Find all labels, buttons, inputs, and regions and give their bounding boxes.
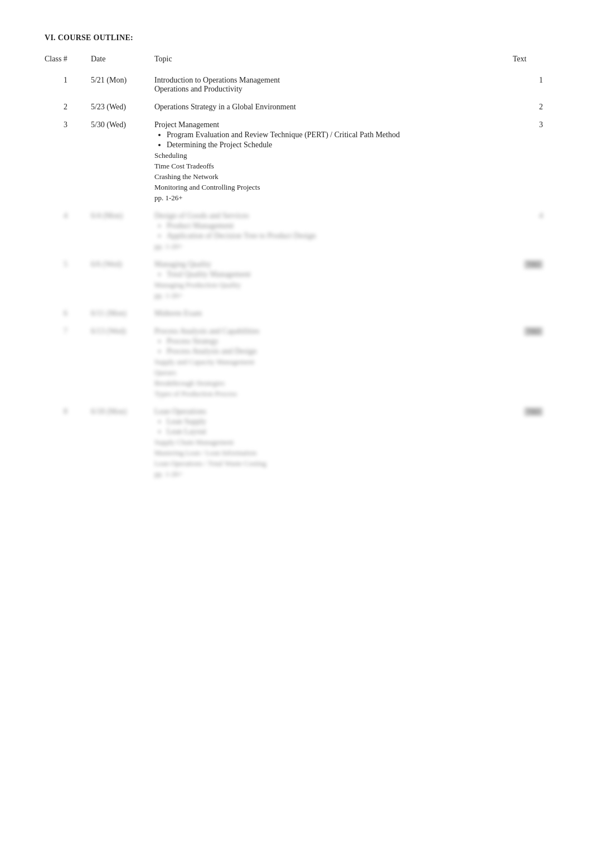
topic-bullet: Lean Supply (167, 417, 508, 426)
section-title: VI. COURSE OUTLINE: (45, 33, 547, 42)
class-number: 5 (45, 252, 91, 301)
text-reference: TBD (513, 252, 547, 301)
topic-note: Types of Production Process (154, 389, 508, 398)
topic-note: Mastering Lean / Lean Information (154, 449, 508, 457)
topic-note: Queues (154, 368, 508, 377)
class-date: 6/4 (Mon) (91, 204, 154, 252)
topic-bullet: Product Management (167, 221, 508, 230)
topic-main: Lean Operations (154, 407, 508, 416)
table-row: 46/4 (Mon)Design of Goods and ServicesPr… (45, 204, 547, 252)
topic-main: Managing Quality (154, 260, 508, 269)
class-topic: Lean OperationsLean SupplyLean LayoutSup… (154, 399, 513, 480)
topic-bullet: Lean Layout (167, 427, 508, 436)
class-number: 6 (45, 301, 91, 319)
topic-bullet: Total Quality Management (167, 270, 508, 279)
text-reference: 2 (513, 95, 547, 113)
topic-main: Project Management (154, 120, 508, 129)
text-reference (513, 301, 547, 319)
table-row: 25/23 (Wed)Operations Strategy in a Glob… (45, 95, 547, 113)
table-row: 66/11 (Mon)Midterm Exam (45, 301, 547, 319)
class-number: 2 (45, 95, 91, 113)
topic-sub: Operations and Productivity (154, 85, 508, 94)
topic-note: Supply and Capacity Management (154, 358, 508, 367)
topic-main: Process Analysis and Capabilities (154, 327, 508, 336)
topic-note: Monitoring and Controlling Projects (154, 183, 508, 192)
topic-note: pp. 1-26+ (154, 194, 508, 202)
text-reference: TBD (513, 399, 547, 480)
topic-note: Breakthrough Strategies (154, 379, 508, 388)
class-number: 1 (45, 68, 91, 95)
class-date: 5/21 (Mon) (91, 68, 154, 95)
text-reference: TBD (513, 319, 547, 399)
topic-bullet: Process Analysis and Design (167, 347, 508, 356)
course-outline-table: Class # Date Topic Text 15/21 (Mon)Intro… (45, 52, 547, 480)
topic-note: Time Cost Tradeoffs (154, 162, 508, 171)
class-date: 6/11 (Mon) (91, 301, 154, 319)
class-topic: Midterm Exam (154, 301, 513, 319)
topic-main: Midterm Exam (154, 309, 508, 318)
class-topic: Project ManagementProgram Evaluation and… (154, 113, 513, 204)
topic-bullet: Process Strategy (167, 337, 508, 346)
class-number: 4 (45, 204, 91, 252)
topic-note: Supply Chain Management (154, 438, 508, 447)
class-topic: Introduction to Operations ManagementOpe… (154, 68, 513, 95)
class-date: 5/23 (Wed) (91, 95, 154, 113)
topic-note: pp. 1-20+ (154, 242, 508, 251)
topic-note: pp. 1-26+ (154, 291, 508, 300)
class-number: 7 (45, 319, 91, 399)
table-row: 56/6 (Wed)Managing QualityTotal Quality … (45, 252, 547, 301)
table-row: 15/21 (Mon)Introduction to Operations Ma… (45, 68, 547, 95)
topic-note: Scheduling (154, 151, 508, 160)
topic-note: Lean Operations / Total Waste Costing (154, 459, 508, 468)
text-reference: 3 (513, 113, 547, 204)
topic-note: pp. 1-26+ (154, 470, 508, 479)
class-date: 6/6 (Wed) (91, 252, 154, 301)
class-date: 6/18 (Mon) (91, 399, 154, 480)
class-topic: Design of Goods and ServicesProduct Mana… (154, 204, 513, 252)
header-topic: Topic (154, 52, 513, 68)
text-reference: 4 (513, 204, 547, 252)
topic-main: Introduction to Operations Management (154, 76, 508, 85)
topic-note: Crashing the Network (154, 172, 508, 181)
class-date: 5/30 (Wed) (91, 113, 154, 204)
table-row: 35/30 (Wed)Project ManagementProgram Eva… (45, 113, 547, 204)
topic-bullet: Application of Decision Tree to Product … (167, 232, 508, 240)
topic-note: Managing Production Quality (154, 281, 508, 290)
class-topic: Process Analysis and CapabilitiesProcess… (154, 319, 513, 399)
class-date: 6/13 (Wed) (91, 319, 154, 399)
topic-bullet: Determining the Project Schedule (167, 141, 508, 150)
class-topic: Managing QualityTotal Quality Management… (154, 252, 513, 301)
topic-main: Operations Strategy in a Global Environm… (154, 103, 508, 112)
class-topic: Operations Strategy in a Global Environm… (154, 95, 513, 113)
text-reference: 1 (513, 68, 547, 95)
topic-bullet: Program Evaluation and Review Technique … (167, 131, 508, 139)
header-text: Text (513, 52, 547, 68)
table-row: 86/18 (Mon)Lean OperationsLean SupplyLea… (45, 399, 547, 480)
table-row: 76/13 (Wed)Process Analysis and Capabili… (45, 319, 547, 399)
header-date: Date (91, 52, 154, 68)
topic-main: Design of Goods and Services (154, 211, 508, 220)
class-number: 3 (45, 113, 91, 204)
header-class: Class # (45, 52, 91, 68)
class-number: 8 (45, 399, 91, 480)
